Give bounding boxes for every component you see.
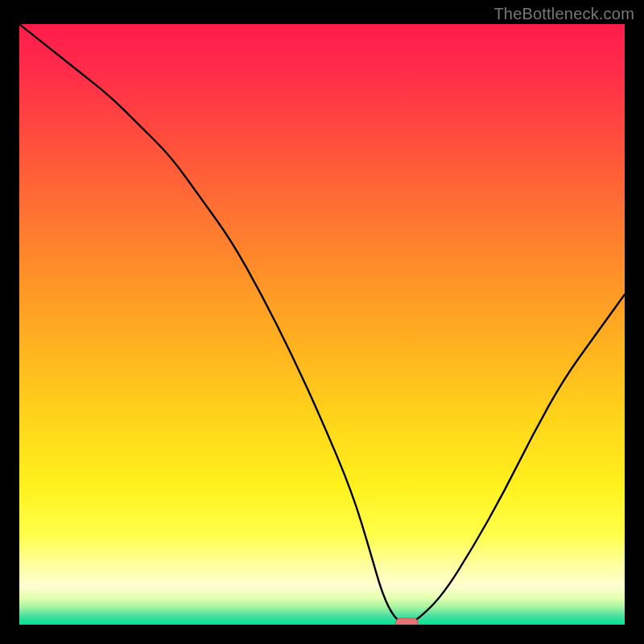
optimal-point-marker: [395, 618, 418, 625]
chart-svg: [19, 24, 625, 625]
watermark-text: TheBottleneck.com: [493, 5, 634, 23]
plot-area: [19, 24, 625, 625]
chart-frame: TheBottleneck.com: [0, 0, 644, 644]
gradient-rect: [19, 24, 625, 625]
